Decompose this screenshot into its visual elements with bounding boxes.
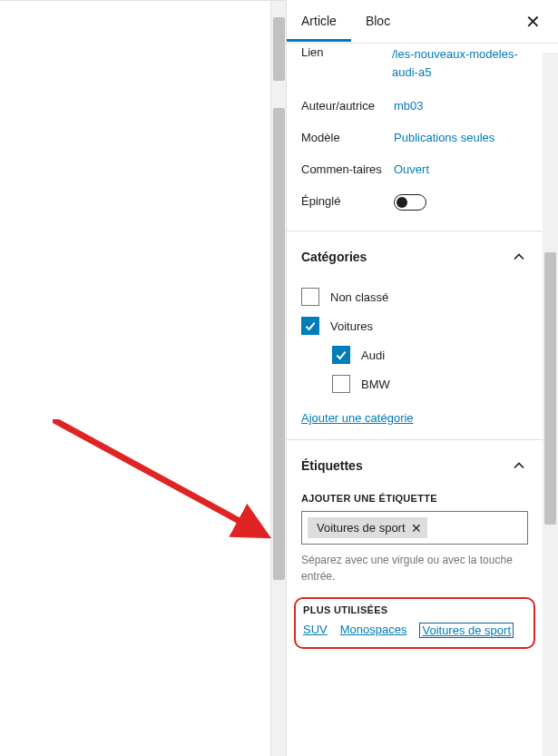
category-row: Non classé	[301, 282, 528, 311]
category-label: BMW	[361, 378, 390, 391]
most-used-highlight: PLUS UTILISÉES SUVMonospacesVoitures de …	[294, 597, 535, 649]
scrollbar-thumb[interactable]	[273, 17, 285, 81]
meta-row-link: Lien /les-nouveaux-modeles-audi-a5	[301, 44, 528, 90]
category-checkbox[interactable]	[301, 288, 319, 306]
section-header-tags[interactable]: Étiquettes	[301, 440, 528, 491]
meta-label: Commen-taires	[301, 162, 394, 176]
editor-canvas	[0, 0, 286, 756]
toggle-knob	[396, 197, 407, 208]
meta-label: Épinglé	[301, 194, 394, 208]
sticky-toggle[interactable]	[394, 194, 426, 211]
chevron-up-icon	[510, 457, 528, 475]
settings-sidebar: Article Bloc ✕ Lien /les-nouveaux-modele…	[286, 0, 558, 756]
section-tags: Étiquettes AJOUTER UNE ÉTIQUETTE Voiture…	[287, 439, 543, 649]
most-used-tag-link[interactable]: Voitures de sport	[419, 623, 514, 638]
sidebar-tabs: Article Bloc ✕	[287, 0, 558, 44]
meta-label: Auteur/autrice	[301, 99, 394, 113]
remove-tag-icon[interactable]: ✕	[411, 522, 422, 535]
section-categories: Catégories Non classéVoituresAudiBMW Ajo…	[287, 231, 543, 439]
category-row: Audi	[332, 340, 528, 369]
category-label: Voitures	[330, 319, 373, 333]
category-checkbox[interactable]	[332, 346, 350, 364]
category-checkbox[interactable]	[301, 317, 319, 335]
meta-value-author[interactable]: mb03	[394, 99, 424, 113]
category-label: Audi	[361, 349, 385, 362]
meta-row-template: Modèle Publications seules	[301, 122, 528, 153]
tab-article[interactable]: Article	[287, 1, 351, 42]
close-sidebar-button[interactable]: ✕	[516, 5, 549, 38]
tag-hint: Séparez avec une virgule ou avec la touc…	[301, 545, 528, 597]
category-checkbox[interactable]	[332, 375, 350, 393]
scrollbar-thumb[interactable]	[544, 252, 556, 525]
meta-row-author: Auteur/autrice mb03	[301, 90, 528, 122]
canvas-scrollbar[interactable]	[270, 1, 286, 756]
tab-bloc[interactable]: Bloc	[351, 1, 405, 42]
section-title: Catégories	[301, 250, 367, 264]
section-title: Étiquettes	[301, 458, 363, 473]
section-header-categories[interactable]: Catégories	[301, 231, 528, 282]
scrollbar-thumb[interactable]	[273, 108, 285, 580]
close-icon: ✕	[525, 11, 541, 33]
add-tag-label: AJOUTER UNE ÉTIQUETTE	[301, 491, 528, 511]
category-row: BMW	[332, 369, 528, 398]
tag-input[interactable]: Voitures de sport ✕	[301, 511, 528, 545]
add-category-link[interactable]: Ajouter une catégorie	[301, 411, 414, 425]
meta-value-comments[interactable]: Ouvert	[394, 162, 429, 176]
most-used-tag-link[interactable]: Monospaces	[340, 623, 407, 638]
tag-chip: Voitures de sport ✕	[308, 517, 427, 538]
meta-label: Lien	[301, 45, 392, 59]
most-used-label: PLUS UTILISÉES	[303, 604, 526, 623]
category-label: Non classé	[330, 290, 388, 304]
tag-chip-label: Voitures de sport	[317, 521, 406, 535]
most-used-tag-link[interactable]: SUV	[303, 623, 328, 638]
meta-value-template[interactable]: Publications seules	[394, 131, 494, 144]
meta-row-sticky: Épinglé	[301, 185, 528, 231]
category-row: Voitures	[301, 311, 528, 340]
chevron-up-icon	[510, 248, 528, 266]
meta-label: Modèle	[301, 131, 394, 144]
meta-row-comments: Commen-taires Ouvert	[301, 153, 528, 185]
meta-value-link[interactable]: /les-nouveaux-modeles-audi-a5	[392, 45, 528, 81]
sidebar-scrollbar[interactable]	[543, 53, 558, 756]
